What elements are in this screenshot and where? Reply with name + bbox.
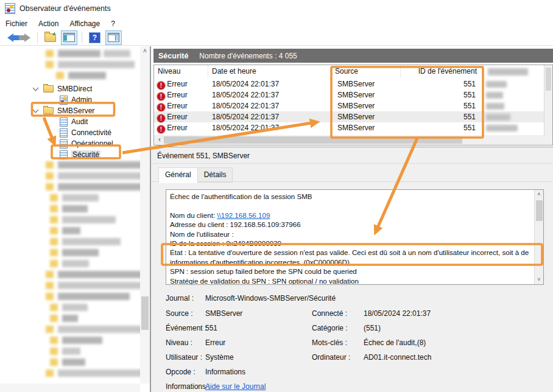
blurred-cell (486, 81, 507, 88)
tab-details[interactable]: Détails (197, 167, 233, 183)
tree-vertical-scrollbar[interactable] (140, 46, 150, 383)
list-hscrollbar-thumb[interactable] (164, 136, 462, 144)
menu-action[interactable]: Action (33, 18, 64, 30)
event-viewer-window: Observateur d'événements Fichier Action … (0, 0, 553, 392)
source-cell: SMBServer (337, 111, 375, 122)
menu-affichage[interactable]: Affichage (64, 18, 105, 30)
id-cell: 551 (401, 122, 476, 133)
id-cell: 551 (401, 89, 476, 100)
tree-item-audit[interactable]: Audit (0, 116, 88, 127)
field-row: Source : SMBServer Connecté : 18/05/2024… (151, 309, 553, 318)
menu-fichier[interactable]: Fichier (0, 18, 33, 30)
error-icon: ! (157, 82, 165, 89)
field-value: Échec de l'audit,(8) (364, 338, 426, 348)
event-row[interactable]: ! Erreur 18/05/2024 22:01:37 SMBServer 5… (154, 79, 544, 89)
event-log-warning-icon (60, 96, 68, 105)
scroll-down-icon[interactable]: ˅ (535, 275, 543, 284)
tree-item-securite-selected[interactable]: Sécurité (0, 149, 100, 160)
column-header-source[interactable]: Source (331, 65, 401, 78)
tree-scrollbar-thumb[interactable] (141, 296, 149, 330)
field-value: Informations (205, 367, 245, 377)
id-cell: 551 (401, 100, 476, 111)
log-help-link[interactable]: Aide sur le Journal (205, 382, 266, 391)
tree-item-admin[interactable]: Admin (0, 94, 92, 105)
help-icon: ? (89, 32, 100, 43)
tree-item-label: SMBDirect (57, 85, 92, 93)
tree-item-connectivite[interactable]: Connectivité (0, 127, 111, 138)
blurred-tree-row (0, 50, 137, 57)
tree-item-label: Connectivité (71, 128, 111, 137)
blurred-tree-row (0, 271, 137, 278)
toggle-console-tree-button[interactable] (61, 30, 77, 45)
error-icon: ! (157, 114, 165, 122)
back-icon (7, 33, 13, 42)
help-button[interactable]: ? (86, 30, 103, 45)
preview-tabs: Général Détails (158, 167, 232, 182)
id-cell: 551 (401, 111, 476, 122)
date-cell: 18/05/2024 22:01:37 (212, 111, 279, 122)
tree-horizontal-scrollbar[interactable] (0, 383, 140, 392)
column-header-niveau[interactable]: Niveau (154, 65, 208, 78)
field-label: Connecté : (312, 309, 347, 318)
field-label: Mots-clés : (312, 338, 347, 348)
forward-icon (24, 33, 30, 42)
tab-general[interactable]: Général (158, 167, 198, 183)
date-cell: 18/05/2024 22:01:37 (212, 100, 279, 111)
blurred-tree-row (0, 216, 137, 223)
level-cell: Erreur (167, 102, 187, 110)
source-cell: SMBServer (337, 79, 375, 89)
tree-item-smbdirect[interactable]: SMBDirect (0, 83, 92, 94)
chevron-expanded-icon[interactable] (33, 107, 39, 113)
date-cell: 18/05/2024 22:01:37 (212, 89, 279, 100)
blurred-cell (486, 92, 503, 99)
scroll-up-icon[interactable]: ˄ (535, 190, 543, 199)
description-scrollbar[interactable]: ˄ ˅ (534, 190, 543, 284)
field-value: Microsoft-Windows-SMBServer/Sécurité (205, 293, 336, 303)
description-scrollbar-thumb[interactable] (536, 200, 543, 221)
scroll-left-icon[interactable]: ‹ (155, 135, 164, 145)
column-header-id[interactable]: ID de l'événement (401, 65, 484, 78)
tree-item-operationnel[interactable]: Opérationnel (0, 138, 113, 149)
event-row-selected[interactable]: ! Erreur 18/05/2024 22:01:37 SMBServer 5… (154, 111, 544, 122)
field-row: Utilisateur : Système Ordinateur : AD01.… (151, 352, 553, 362)
description-line: Stratégie de validation du SPN : SPN opt… (170, 276, 529, 285)
scroll-up-icon[interactable]: ˄ (140, 47, 150, 56)
date-cell: 18/05/2024 22:01:37 (212, 79, 279, 89)
tree-item-label: Sécurité (71, 150, 100, 159)
field-row: Informations : Aide sur le Journal (151, 382, 553, 391)
client-link[interactable]: \\192.168.56.109 (217, 211, 270, 219)
tree-item-smbserver[interactable]: SMBServer (0, 105, 94, 116)
field-label: Utilisateur : (166, 352, 202, 362)
back-button[interactable] (5, 30, 16, 45)
list-scrollbar-thumb[interactable] (546, 68, 551, 91)
open-saved-log-button[interactable] (42, 30, 58, 45)
blurred-cell (486, 114, 510, 121)
event-row[interactable]: ! Erreur 18/05/2024 22:01:37 SMBServer 5… (154, 100, 544, 111)
forward-button[interactable] (22, 30, 33, 45)
event-log-icon (60, 150, 68, 159)
column-header-date[interactable]: Date et heure (208, 65, 331, 78)
description-line: Nom de l'utilisateur : (170, 229, 529, 239)
toggle-action-pane-button[interactable] (105, 30, 122, 45)
menu-help[interactable]: ? (105, 18, 121, 30)
event-row[interactable]: ! Erreur 18/05/2024 22:01:37 SMBServer 5… (154, 89, 544, 100)
event-row[interactable]: ! Erreur 18/05/2024 22:01:37 SMBServer 5… (154, 122, 544, 133)
error-icon: ! (157, 103, 165, 111)
list-horizontal-scrollbar[interactable]: ‹ (154, 135, 544, 145)
tree-item-label: Opérationnel (71, 139, 113, 148)
chevron-expanded-icon[interactable] (33, 85, 39, 91)
tree-item-label: Admin (71, 96, 92, 104)
event-viewer-icon (5, 3, 15, 14)
level-cell: Erreur (167, 113, 187, 121)
source-cell: SMBServer (337, 89, 375, 100)
description-line-state: informations d'authentification incorrec… (170, 257, 529, 267)
blurred-column-header (488, 68, 528, 75)
field-label: Opcode : (166, 367, 195, 377)
id-cell: 551 (401, 79, 476, 89)
tree-item-label: Audit (71, 117, 88, 126)
blurred-tree-row (0, 359, 137, 366)
field-row: Journal : Microsoft-Windows-SMBServer/Sé… (151, 293, 553, 303)
blurred-tree-row (0, 326, 137, 333)
blurred-tree-row (0, 238, 137, 245)
list-vertical-scrollbar[interactable] (544, 65, 552, 145)
